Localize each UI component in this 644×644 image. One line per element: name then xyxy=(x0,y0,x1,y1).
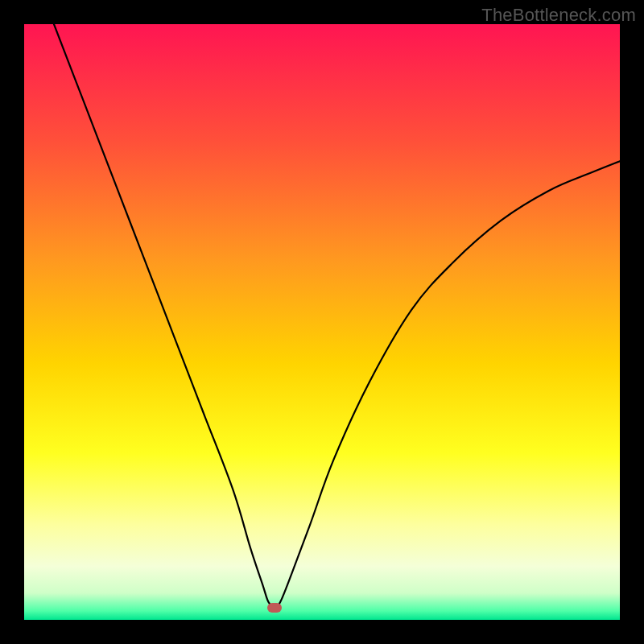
plot-area xyxy=(24,24,620,620)
bottleneck-curve xyxy=(24,24,620,620)
minimum-marker xyxy=(267,603,282,613)
chart-frame: TheBottleneck.com xyxy=(0,0,644,644)
watermark-text: TheBottleneck.com xyxy=(481,5,636,26)
curve-left-branch xyxy=(54,24,275,608)
curve-right-branch xyxy=(275,161,620,608)
